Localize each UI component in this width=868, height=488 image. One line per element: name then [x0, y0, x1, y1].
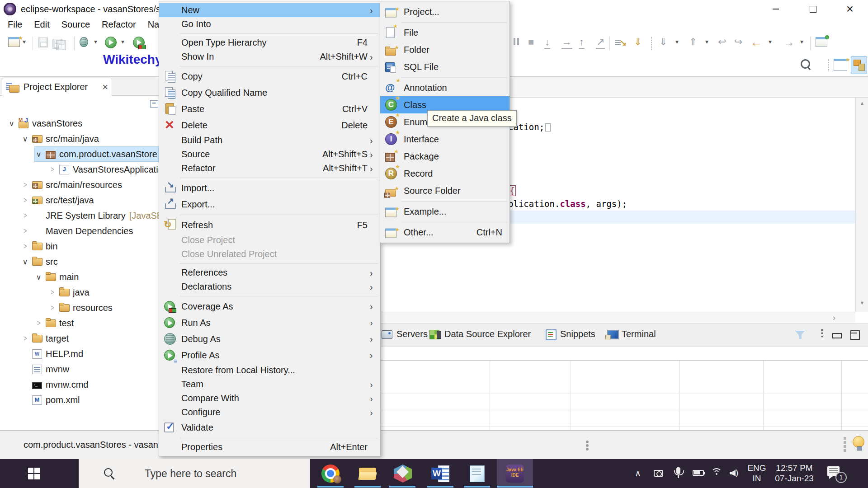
context-menu-item[interactable]: Properties Alt+Enter — [159, 440, 380, 454]
taskbar-chrome-icon[interactable] — [321, 465, 340, 483]
context-menu-item[interactable]: Validate — [159, 419, 380, 436]
context-menu-item[interactable] — [159, 175, 380, 180]
submenu-item[interactable] — [380, 199, 509, 203]
tree-item[interactable]: HELP.md — [0, 346, 159, 361]
context-menu-item[interactable]: References — [159, 266, 380, 280]
tray-clock[interactable]: 12:57 PM 07-Jan-23 — [769, 463, 819, 483]
run-dropdown-caret[interactable] — [121, 38, 124, 45]
tree-expand-arrow[interactable] — [35, 273, 42, 282]
context-menu-item[interactable]: New — [159, 3, 380, 17]
tree-item[interactable]: src/test/java — [0, 192, 159, 208]
back-dropdown-caret[interactable] — [769, 38, 772, 45]
context-menu-item[interactable] — [159, 436, 380, 440]
tree-expand-arrow[interactable] — [22, 227, 28, 235]
menu-bar-item[interactable]: Refactor — [96, 18, 142, 33]
context-menu-item[interactable] — [159, 31, 380, 36]
tree-expand-arrow[interactable] — [22, 196, 28, 204]
context-menu-item[interactable]: Coverage As — [159, 298, 380, 314]
tree-expand-arrow[interactable] — [22, 135, 28, 143]
tree-expand-arrow[interactable] — [35, 319, 42, 327]
tab-snippets[interactable]: Snippets — [545, 328, 595, 339]
scroll-down-icon[interactable]: ▼ — [856, 300, 868, 305]
tree-item[interactable]: VasanStoresApplicati — [0, 162, 159, 177]
column-divider[interactable] — [841, 361, 842, 430]
context-menu-item[interactable]: Copy Ctrl+C — [159, 68, 380, 84]
forward-button[interactable] — [783, 35, 795, 49]
sash-dots-handle[interactable] — [586, 441, 589, 443]
new-dropdown-caret[interactable] — [23, 38, 26, 45]
tray-volume-icon[interactable] — [730, 469, 741, 477]
context-menu-item[interactable]: Open Type Hierarchy F4 — [159, 36, 380, 50]
context-menu-item[interactable]: Delete Delete — [159, 117, 380, 133]
search-icon[interactable] — [799, 58, 813, 71]
fetch-prev-dropdown-caret[interactable] — [705, 38, 708, 45]
context-menu-item[interactable]: Compare With — [159, 391, 380, 405]
tree-item[interactable]: main — [0, 269, 159, 285]
submenu-item[interactable]: Package — [380, 148, 509, 165]
taskbar-word-icon[interactable] — [431, 465, 449, 483]
tree-expand-arrow[interactable] — [8, 119, 15, 128]
tree-expand-arrow[interactable] — [22, 242, 28, 250]
tree-expand-arrow[interactable] — [49, 165, 56, 174]
tree-expand-arrow[interactable] — [22, 334, 28, 343]
tray-language[interactable]: ENG IN — [744, 463, 769, 483]
context-menu-item[interactable] — [159, 261, 380, 266]
tree-item[interactable]: resources — [0, 300, 159, 315]
submenu-item[interactable]: File — [380, 24, 509, 41]
window-minimize-button[interactable] — [764, 0, 788, 18]
tree-expand-arrow[interactable] — [49, 288, 56, 296]
debug-button[interactable] — [80, 37, 88, 47]
collapse-all-icon[interactable] — [150, 100, 158, 108]
menu-bar-item[interactable]: Edit — [28, 18, 55, 33]
save-button[interactable] — [38, 38, 48, 47]
lightbulb-icon[interactable] — [853, 436, 864, 448]
submenu-item[interactable]: Interface — [380, 131, 509, 148]
use-step-filters-button[interactable] — [634, 36, 642, 48]
step-over-button[interactable] — [561, 36, 572, 49]
context-menu-item[interactable]: Configure — [159, 405, 380, 419]
tree-item[interactable]: src/main/java — [0, 131, 159, 146]
open-perspective-button[interactable] — [834, 59, 847, 71]
context-menu-item[interactable]: Run As — [159, 314, 380, 331]
context-menu-item[interactable]: Refactor Alt+Shift+T — [159, 161, 380, 175]
tree-item[interactable]: com.product.vasanStore — [0, 146, 159, 162]
context-menu-item[interactable]: Paste Ctrl+V — [159, 101, 380, 117]
run-button[interactable] — [105, 37, 117, 48]
context-menu-item[interactable]: Copy Qualified Name — [159, 84, 380, 101]
submenu-item[interactable]: Source Folder — [380, 182, 509, 199]
tray-microphone-icon[interactable] — [676, 467, 680, 474]
scroll-up-icon[interactable]: ▲ — [856, 100, 868, 106]
tree-item[interactable]: test — [0, 315, 159, 331]
tree-item[interactable]: java — [0, 285, 159, 300]
context-menu-item[interactable]: Go Into — [159, 17, 380, 31]
submenu-item[interactable]: Other... Ctrl+N — [380, 224, 509, 241]
context-menu-item[interactable] — [159, 212, 380, 217]
tree-expand-arrow[interactable] — [22, 258, 28, 266]
submenu-item[interactable] — [380, 220, 509, 224]
context-menu-item[interactable]: Source Alt+Shift+S — [159, 147, 380, 161]
pin-editor-button[interactable] — [816, 37, 827, 47]
context-menu-item[interactable]: Build Path — [159, 133, 380, 147]
context-menu-item[interactable]: Export... — [159, 196, 380, 212]
context-menu-item[interactable]: Team — [159, 377, 380, 391]
context-menu-item[interactable]: Show In Alt+Shift+W — [159, 50, 380, 64]
tree-expand-arrow[interactable] — [22, 181, 28, 189]
context-menu-item[interactable]: Debug As — [159, 331, 380, 347]
tree-expand-arrow[interactable] — [49, 304, 56, 312]
tree-item[interactable]: Maven Dependencies — [0, 223, 159, 239]
menu-bar-item[interactable]: Source — [56, 18, 96, 33]
taskbar-file-explorer-icon[interactable] — [359, 465, 377, 483]
tree-expand-arrow[interactable] — [22, 211, 28, 220]
tree-expand-arrow[interactable] — [35, 150, 42, 159]
save-all-button[interactable] — [52, 38, 66, 50]
start-button[interactable] — [28, 468, 40, 479]
drop-to-frame-button[interactable] — [596, 36, 605, 49]
context-menu-item[interactable] — [159, 64, 380, 68]
forward-dropdown-caret[interactable] — [800, 38, 803, 45]
terminate-button[interactable] — [528, 36, 534, 48]
scroll-right-icon[interactable]: › — [833, 313, 835, 323]
tree-item[interactable]: mvnw.cmd — [0, 377, 159, 392]
submenu-item[interactable]: Annotation — [380, 79, 509, 96]
context-menu-item[interactable]: Profile As — [159, 347, 380, 363]
tab-data-source-explorer[interactable]: Data Source Explorer — [429, 328, 531, 339]
